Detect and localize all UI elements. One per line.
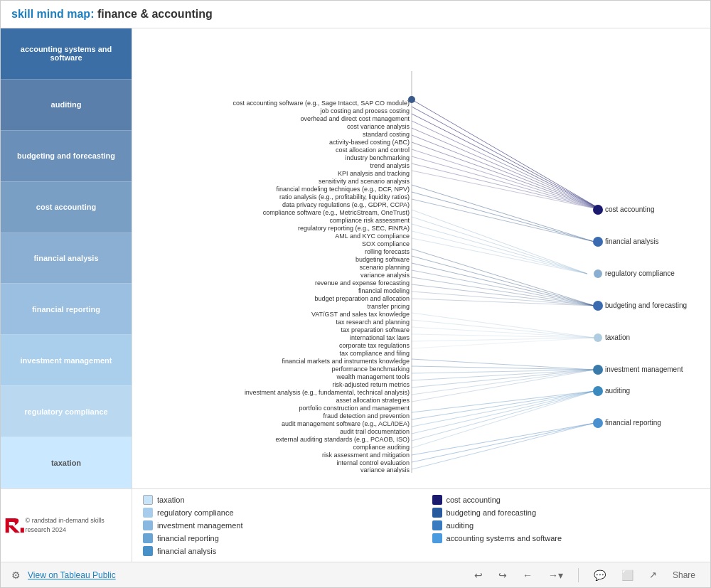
randstad-logo xyxy=(4,515,26,535)
sidebar-item-financial-analysis[interactable]: financial analysis xyxy=(1,233,132,284)
svg-point-123 xyxy=(593,301,603,311)
sidebar-item-taxation[interactable]: taxation xyxy=(1,437,132,488)
legend-label-financial-reporting: financial reporting xyxy=(157,534,219,542)
sidebar-item-regulatory-compliance[interactable]: regulatory compliance xyxy=(1,386,132,437)
svg-text:external auditing standards (e: external auditing standards (e.g., PCAOB… xyxy=(275,436,410,443)
legend-grid: taxation cost accounting regulatory comp… xyxy=(143,495,700,556)
svg-text:data privacy regulations (e.g.: data privacy regulations (e.g., GDPR, CC… xyxy=(282,201,410,208)
svg-text:activity-based costing (ABC): activity-based costing (ABC) xyxy=(329,139,410,146)
svg-text:sensitivity and scenario analy: sensitivity and scenario analysis xyxy=(319,178,410,185)
logo-description: © randstad in-demand skills research 202… xyxy=(26,517,105,533)
redo-icon[interactable]: ↪ xyxy=(494,567,511,583)
back-icon[interactable]: ← xyxy=(518,567,537,583)
svg-text:compliance auditing: compliance auditing xyxy=(353,444,410,451)
bottom-section: © randstad in-demand skills research 202… xyxy=(1,488,710,562)
svg-rect-138 xyxy=(21,528,24,533)
svg-point-125 xyxy=(593,365,603,375)
legend-dot-cost-accounting xyxy=(432,495,442,505)
svg-text:budgeting and forecasting: budgeting and forecasting xyxy=(605,301,687,309)
sidebar-item-cost-accounting[interactable]: cost accounting xyxy=(1,182,132,233)
svg-point-120 xyxy=(593,205,603,215)
svg-text:audit management software (e.g: audit management software (e.g., ACL/IDE… xyxy=(282,420,410,427)
svg-point-127 xyxy=(593,418,603,428)
svg-point-121 xyxy=(593,237,603,247)
sidebar-item-accounting-systems[interactable]: accounting systems and software xyxy=(1,28,132,80)
svg-text:financial markets and instrume: financial markets and instruments knowle… xyxy=(282,358,410,365)
legend-item-cost-accounting: cost accounting xyxy=(432,495,700,505)
svg-text:regulatory reporting (e.g., SE: regulatory reporting (e.g., SEC, FINRA) xyxy=(298,225,410,232)
legend-area: taxation cost accounting regulatory comp… xyxy=(132,489,710,562)
svg-text:auditing: auditing xyxy=(605,387,630,395)
undo-icon[interactable]: ↩ xyxy=(470,567,487,583)
legend-dot-auditing xyxy=(432,520,442,530)
svg-text:AML and KYC compliance: AML and KYC compliance xyxy=(335,232,410,240)
forward-icon[interactable]: →▾ xyxy=(544,567,567,583)
title-prefix: skill mind map: xyxy=(11,8,94,20)
legend-item-financial-reporting: financial reporting xyxy=(143,533,411,543)
legend-label-cost-accounting: cost accounting xyxy=(447,496,501,504)
svg-text:investment analysis (e.g., fun: investment analysis (e.g., fundamental, … xyxy=(245,389,410,396)
svg-text:portfolio construction and man: portfolio construction and management xyxy=(299,405,410,412)
svg-text:regulatory compliance: regulatory compliance xyxy=(605,269,675,277)
svg-text:overhead and direct cost manag: overhead and direct cost management xyxy=(300,115,410,122)
svg-text:wealth management tools: wealth management tools xyxy=(336,373,410,380)
legend-dot-investment-management xyxy=(143,520,153,530)
view-tableau-link[interactable]: View on Tableau Public xyxy=(28,570,116,580)
legend-dot-budgeting xyxy=(432,508,442,518)
title-bar: skill mind map: finance & accounting xyxy=(1,1,710,28)
mind-map-svg: cost accounting software (e.g., Sage Int… xyxy=(132,28,708,473)
toolbar: ⚙ View on Tableau Public ↩ ↪ ← →▾ 💬 ⬜ ↗ … xyxy=(1,562,710,587)
expand-icon[interactable]: ⬜ xyxy=(617,567,638,583)
legend-dot-accounting-systems xyxy=(432,533,442,543)
legend-item-taxation: taxation xyxy=(143,495,411,505)
logo-text: © randstad in-demand skills research 202… xyxy=(26,516,128,534)
svg-text:rolling forecasts: rolling forecasts xyxy=(365,248,410,255)
svg-text:ratio analysis (e.g., profitab: ratio analysis (e.g., profitability, liq… xyxy=(279,193,410,201)
svg-text:fraud detection and prevention: fraud detection and prevention xyxy=(323,412,410,419)
share-label[interactable]: Share xyxy=(668,568,700,582)
svg-text:cost allocation and control: cost allocation and control xyxy=(336,146,410,154)
legend-dot-financial-analysis xyxy=(143,546,153,556)
sidebar-item-budgeting[interactable]: budgeting and forecasting xyxy=(1,131,132,182)
svg-text:job costing and process costin: job costing and process costing xyxy=(319,107,410,114)
svg-text:financial reporting: financial reporting xyxy=(605,419,661,427)
legend-label-auditing: auditing xyxy=(447,521,474,530)
legend-item-accounting-systems: accounting systems and software xyxy=(432,533,700,543)
svg-text:cost accounting software (e.g.: cost accounting software (e.g., Sage Int… xyxy=(233,100,410,107)
svg-text:compliance software (e.g., Met: compliance software (e.g., MetricStream,… xyxy=(263,209,410,216)
legend-label-investment-management: investment management xyxy=(157,521,242,530)
sidebar-item-financial-reporting[interactable]: financial reporting xyxy=(1,284,132,335)
svg-text:international tax laws: international tax laws xyxy=(350,334,410,341)
svg-text:trend analysis: trend analysis xyxy=(370,162,410,169)
svg-text:financial modeling techniques : financial modeling techniques (e.g., DCF… xyxy=(276,186,410,193)
svg-text:transfer pricing: transfer pricing xyxy=(367,303,410,310)
svg-text:VAT/GST and sales tax knowledg: VAT/GST and sales tax knowledge xyxy=(311,311,410,318)
content-area: accounting systems and software auditing… xyxy=(1,28,710,488)
svg-point-126 xyxy=(593,386,603,396)
main-container: skill mind map: finance & accounting acc… xyxy=(0,0,711,588)
svg-text:tax compliance and filing: tax compliance and filing xyxy=(339,350,410,357)
comment-icon[interactable]: 💬 xyxy=(589,567,610,583)
svg-text:taxation: taxation xyxy=(605,333,630,341)
svg-text:scenario planning: scenario planning xyxy=(359,264,410,271)
svg-text:standard costing: standard costing xyxy=(363,131,410,138)
sidebar-item-investment-management[interactable]: investment management xyxy=(1,335,132,386)
svg-text:industry benchmarking: industry benchmarking xyxy=(345,154,410,161)
legend-label-budgeting: budgeting and forecasting xyxy=(447,508,537,517)
svg-text:revenue and expense forecastin: revenue and expense forecasting xyxy=(315,279,410,287)
svg-text:budget preparation and allocat: budget preparation and allocation xyxy=(314,295,410,302)
title-suffix: finance & accounting xyxy=(97,8,213,20)
svg-text:corporate tax regulations: corporate tax regulations xyxy=(339,342,410,349)
svg-text:asset allocation strategies: asset allocation strategies xyxy=(336,397,410,404)
svg-rect-0 xyxy=(132,28,708,473)
legend-label-taxation: taxation xyxy=(157,496,185,504)
svg-text:variance analysis: variance analysis xyxy=(360,272,410,279)
legend-label-financial-analysis: financial analysis xyxy=(157,547,216,555)
svg-text:compliance risk assessment: compliance risk assessment xyxy=(329,217,410,224)
share-icon[interactable]: ↗ xyxy=(645,567,661,582)
sidebar-item-auditing[interactable]: auditing xyxy=(1,80,132,131)
svg-text:financial modeling: financial modeling xyxy=(358,287,410,294)
viz-area: cost accounting software (e.g., Sage Int… xyxy=(132,28,710,488)
legend-item-budgeting: budgeting and forecasting xyxy=(432,508,700,518)
svg-text:cost variance analysis: cost variance analysis xyxy=(347,123,410,130)
